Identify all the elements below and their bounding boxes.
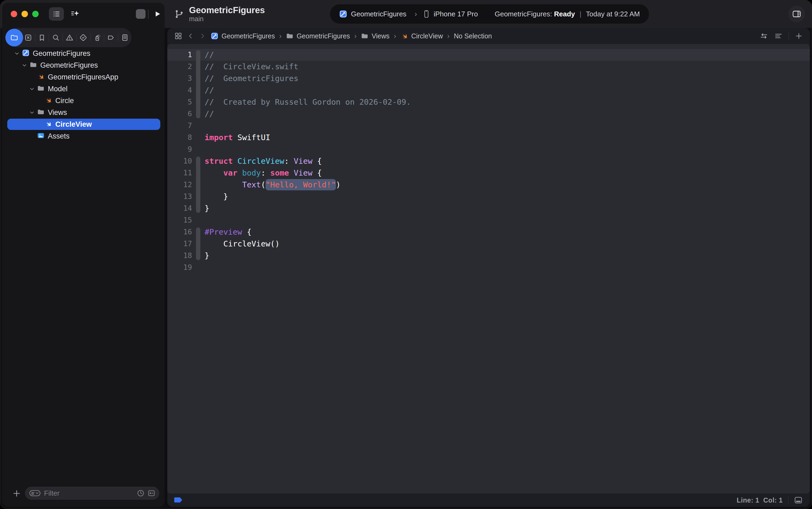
scheme-selector[interactable]: GeometricFigures › — [339, 10, 423, 18]
line-number[interactable]: 15 — [167, 214, 192, 226]
filter-icon — [29, 489, 41, 497]
tree-item-GeometricFigures[interactable]: GeometricFigures — [2, 59, 165, 71]
line-number[interactable]: 16 — [167, 226, 192, 238]
zoom-window-button[interactable] — [32, 11, 39, 17]
debug-area-toggle[interactable] — [794, 496, 803, 505]
stop-button[interactable] — [135, 7, 146, 21]
tree-item-label: GeometricFigures — [40, 61, 98, 70]
go-forward-button[interactable] — [199, 32, 206, 39]
recent-files-clock-icon[interactable] — [137, 489, 145, 497]
navigator-sidebar: GeometricFiguresGeometricFiguresGeometri… — [2, 3, 165, 507]
tree-item-Model[interactable]: Model — [2, 83, 165, 95]
source-editor[interactable]: 1//2// CircleView.swift3// GeometricFigu… — [167, 44, 810, 494]
line-number[interactable]: 14 — [167, 202, 192, 214]
add-editor-icon[interactable] — [795, 32, 803, 40]
line-number[interactable]: 9 — [167, 143, 192, 155]
code-fold-ribbon[interactable] — [196, 238, 200, 250]
code-fold-ribbon[interactable] — [196, 61, 200, 72]
line-number[interactable]: 4 — [167, 84, 192, 96]
sidebar-filter-bar — [2, 481, 165, 507]
code-fold-ribbon[interactable] — [196, 167, 200, 179]
add-item-button[interactable] — [12, 488, 22, 498]
navigator-tab-changes[interactable] — [21, 28, 35, 47]
code-fold-ribbon[interactable] — [196, 179, 200, 191]
editor-area: GeometricFigures›GeometricFigures›Views›… — [167, 28, 810, 507]
code-fold-ribbon[interactable] — [196, 72, 200, 84]
line-number[interactable]: 19 — [167, 262, 192, 273]
code-fold-ribbon[interactable] — [196, 202, 200, 213]
code-text: struct CircleView: View { — [205, 155, 322, 167]
code-fold-ribbon[interactable] — [196, 84, 200, 96]
disclosure-chevron-icon[interactable] — [22, 62, 27, 68]
disclosure-chevron-icon[interactable] — [14, 50, 20, 56]
navigator-visibility-button[interactable] — [49, 7, 64, 21]
navigator-tab-project[interactable] — [7, 28, 21, 47]
line-number[interactable]: 6 — [167, 108, 192, 120]
line-number[interactable]: 3 — [167, 72, 192, 84]
line-number[interactable]: 8 — [167, 132, 192, 143]
close-window-button[interactable] — [11, 11, 17, 17]
related-items-grid-icon[interactable] — [174, 32, 182, 40]
line-number[interactable]: 5 — [167, 96, 192, 108]
line-number[interactable]: 1 — [167, 49, 192, 61]
line-number[interactable]: 18 — [167, 250, 192, 262]
line-number[interactable]: 13 — [167, 191, 192, 202]
navigator-tab-find[interactable] — [49, 28, 62, 47]
code-fold-ribbon[interactable] — [196, 250, 200, 260]
navigator-tab-debug[interactable] — [91, 28, 104, 47]
navigator-tab-tests[interactable] — [76, 28, 90, 47]
code-fold-ribbon[interactable] — [196, 96, 200, 108]
crumb-circleview[interactable]: CircleView — [401, 32, 443, 40]
run-button[interactable] — [151, 7, 163, 21]
intelligence-button[interactable] — [68, 7, 83, 21]
line-number[interactable]: 10 — [167, 155, 192, 167]
tree-item-Views[interactable]: Views — [2, 107, 165, 118]
source-control-status-icon[interactable] — [147, 489, 156, 497]
run-destination: iPhone 17 Pro — [434, 10, 478, 18]
editor-options-icon[interactable] — [774, 32, 783, 40]
line-number[interactable]: 11 — [167, 167, 192, 179]
crumb-no-selection[interactable]: No Selection — [454, 32, 492, 40]
disclosure-chevron-icon[interactable] — [29, 109, 35, 115]
filter-input[interactable] — [44, 489, 134, 498]
crumb-geometricfigures[interactable]: GeometricFigures — [211, 32, 275, 40]
crumb-views[interactable]: Views — [361, 32, 390, 40]
code-fold-ribbon[interactable] — [196, 157, 200, 167]
tree-item-Circle[interactable]: Circle — [2, 95, 165, 107]
line-number[interactable]: 7 — [167, 120, 192, 132]
navigator-tab-issues[interactable] — [63, 28, 76, 47]
project-title-block[interactable]: GeometricFigures main — [174, 0, 265, 28]
crumb-geometricfigures[interactable]: GeometricFigures — [286, 32, 350, 40]
code-fold-ribbon[interactable] — [196, 227, 200, 238]
code-fold-ribbon[interactable] — [196, 108, 200, 118]
inspector-toggle-button[interactable] — [788, 6, 805, 22]
scheme-device-pill: GeometricFigures › iPhone 17 Pro Geometr… — [330, 4, 649, 24]
tree-item-GeometricFigures[interactable]: GeometricFigures — [2, 47, 165, 59]
navigator-tab-breakpoints[interactable] — [104, 28, 117, 47]
go-back-button[interactable] — [187, 32, 194, 39]
crumb-label: No Selection — [454, 32, 492, 40]
minimize-window-button[interactable] — [22, 11, 28, 17]
line-number[interactable]: 17 — [167, 238, 192, 250]
code-review-icon[interactable] — [759, 32, 768, 40]
tree-item-GeometricFiguresApp[interactable]: GeometricFiguresApp — [2, 71, 165, 83]
line-number[interactable]: 2 — [167, 61, 192, 72]
jump-bar: GeometricFigures›GeometricFigures›Views›… — [167, 28, 810, 44]
tests-icon — [79, 34, 87, 42]
line-number[interactable]: 12 — [167, 179, 192, 191]
run-destination-selector[interactable]: iPhone 17 Pro — [423, 10, 478, 18]
breakpoints-toggle[interactable] — [174, 497, 183, 504]
code-fold-ribbon[interactable] — [196, 50, 200, 61]
activity-status[interactable]: GeometricFigures: Ready | Today at 9:22 … — [495, 10, 640, 18]
navigator-tab-bookmarks[interactable] — [35, 28, 48, 47]
tree-item-Assets[interactable]: Assets — [2, 130, 165, 142]
list-icon — [53, 10, 60, 18]
code-text: // GeometricFigures — [205, 72, 298, 84]
tree-item-label: Model — [48, 85, 68, 93]
tree-item-CircleView[interactable]: CircleView — [2, 118, 165, 130]
disclosure-chevron-icon[interactable] — [29, 86, 35, 92]
code-fold-ribbon[interactable] — [196, 191, 200, 202]
navigator-tab-reports[interactable] — [118, 28, 132, 47]
code-text: #Preview { — [205, 226, 251, 238]
filter-field[interactable] — [25, 487, 159, 500]
